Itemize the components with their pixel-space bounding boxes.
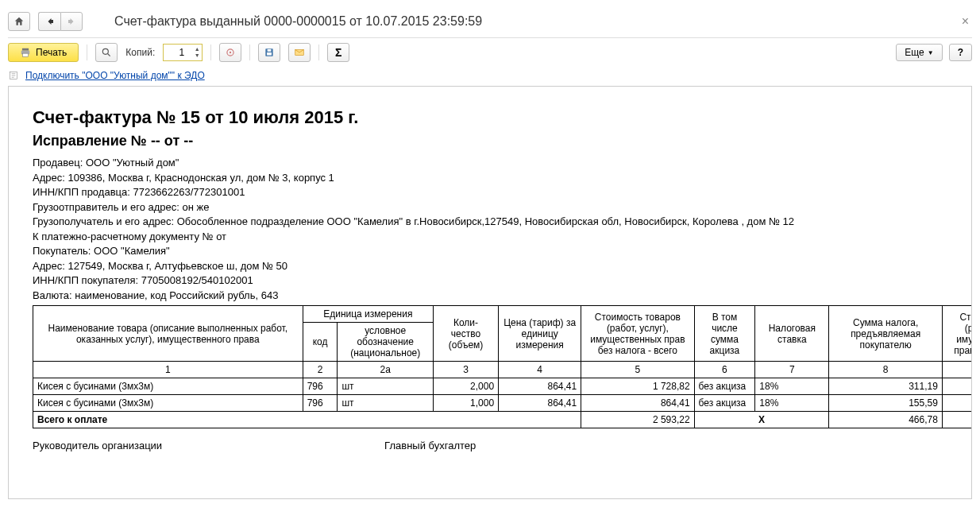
cell-unit: шт xyxy=(338,378,434,395)
diskette-icon xyxy=(264,47,275,58)
cell-total xyxy=(942,395,972,412)
colnum: 9 xyxy=(942,362,972,378)
svg-rect-9 xyxy=(268,49,272,52)
th-name: Наименование товара (описание выполненны… xyxy=(33,306,303,362)
save-button[interactable] xyxy=(258,43,280,62)
buyer-line: Покупатель: ООО "Камелия" xyxy=(33,244,947,258)
buyer-inn-line: ИНН/КПП покупателя: 7705008192/540102001 xyxy=(33,273,947,288)
cell-unit: шт xyxy=(338,395,434,412)
table-row: Кисея с бусинами (3мх3м) 796 шт 1,000 86… xyxy=(33,395,973,412)
arrow-left-icon xyxy=(45,17,55,26)
th-cost-no-tax: Стоимость товаров (работ, услуг), имущес… xyxy=(581,306,694,362)
th-price: Цена (тариф) за единицу измерения xyxy=(499,306,581,362)
th-tax-rate: Налоговая ставка xyxy=(755,306,829,362)
cell-code: 796 xyxy=(303,378,338,395)
home-button[interactable] xyxy=(8,12,30,31)
cell-tax: 155,59 xyxy=(829,395,942,412)
print-button[interactable]: Печать xyxy=(8,43,79,62)
svg-rect-0 xyxy=(22,48,29,51)
table-row: Кисея с бусинами (3мх3м) 796 шт 2,000 86… xyxy=(33,378,973,395)
close-button[interactable]: × xyxy=(959,14,972,29)
doc-subtitle: Исправление № -- от -- xyxy=(33,133,947,149)
cell-qty: 1,000 xyxy=(433,395,498,412)
separator xyxy=(318,45,319,60)
copies-label: Копий: xyxy=(125,47,155,58)
preview-button[interactable] xyxy=(95,43,118,62)
seller-inn-line: ИНН/КПП продавца: 7723662263/772301001 xyxy=(33,185,947,200)
cell-total xyxy=(942,378,972,395)
spinner-down[interactable]: ▼ xyxy=(192,52,202,59)
table-total-row: Всего к оплате 2 593,22 X 466,78 xyxy=(33,412,973,428)
total-tax: 466,78 xyxy=(829,412,942,428)
colnum: 8 xyxy=(829,362,942,378)
cell-cost: 1 728,82 xyxy=(581,378,694,395)
paydoc-line: К платежно-расчетному документу № от xyxy=(33,230,947,244)
chevron-down-icon: ▼ xyxy=(928,49,934,56)
shipper-line: Грузоотправитель и его адрес: он же xyxy=(33,200,947,215)
th-tax-sum: Сумма налога, предъявляемая покупателю xyxy=(829,306,942,362)
window-title: Счет-фактура выданный 0000-0000015 от 10… xyxy=(91,14,951,29)
copies-spinner[interactable]: ▲ ▼ xyxy=(163,44,203,61)
more-button[interactable]: Еще ▼ xyxy=(896,44,942,61)
total-cost: 2 593,22 xyxy=(581,412,694,428)
edo-icon xyxy=(8,70,19,81)
magnifier-icon xyxy=(101,47,112,58)
more-label: Еще xyxy=(905,47,924,58)
gear-icon xyxy=(225,47,236,58)
cell-rate: 18% xyxy=(755,395,829,412)
colnum: 4 xyxy=(499,362,581,378)
th-excise: В том числе сумма акциза xyxy=(694,306,755,362)
separator xyxy=(249,45,250,60)
cell-qty: 2,000 xyxy=(433,378,498,395)
cell-name: Кисея с бусинами (3мх3м) xyxy=(33,395,303,412)
printer-icon xyxy=(20,47,31,58)
th-cost-total: Стоимость (работ, у имуществен прав с на… xyxy=(942,306,972,362)
colnum: 3 xyxy=(433,362,498,378)
th-qty: Коли- чество (объем) xyxy=(433,306,498,362)
help-button[interactable]: ? xyxy=(949,44,972,61)
cell-price: 864,41 xyxy=(499,395,581,412)
svg-rect-8 xyxy=(267,52,272,56)
colnum: 2 xyxy=(303,362,338,378)
total-x: X xyxy=(694,412,829,428)
separator xyxy=(210,45,211,60)
document-pane[interactable]: Счет-фактура № 15 от 10 июля 2015 г. Исп… xyxy=(8,86,972,499)
home-icon xyxy=(14,16,25,27)
seller-line: Продавец: ООО "Уютный дом" xyxy=(33,156,947,170)
back-button[interactable] xyxy=(38,12,60,31)
th-unit-code: код xyxy=(303,323,338,362)
spinner-up[interactable]: ▲ xyxy=(192,46,202,52)
edo-link[interactable]: Подключить "ООО "Уютный дом"" к ЭДО xyxy=(25,70,205,81)
cell-excise: без акциза xyxy=(694,378,755,395)
separator xyxy=(87,45,87,60)
settings-button[interactable] xyxy=(219,43,241,62)
envelope-icon xyxy=(294,47,305,58)
email-button[interactable] xyxy=(288,43,311,62)
consignee-line: Грузополучатель и его адрес: Обособленно… xyxy=(33,215,947,229)
forward-button[interactable] xyxy=(60,12,83,31)
total-label: Всего к оплате xyxy=(33,412,581,428)
cell-name: Кисея с бусинами (3мх3м) xyxy=(33,378,303,395)
seller-addr-line: Адрес: 109386, Москва г, Краснодонская у… xyxy=(33,171,947,185)
cell-excise: без акциза xyxy=(694,395,755,412)
invoice-table: Наименование товара (описание выполненны… xyxy=(33,305,972,428)
cell-code: 796 xyxy=(303,395,338,412)
colnum: 6 xyxy=(694,362,755,378)
colnum: 5 xyxy=(581,362,694,378)
doc-title: Счет-фактура № 15 от 10 июля 2015 г. xyxy=(33,107,947,128)
svg-point-3 xyxy=(103,48,109,54)
th-unit: Единица измерения xyxy=(303,306,433,323)
sum-button[interactable]: Σ xyxy=(327,43,349,62)
buyer-addr-line: Адрес: 127549, Москва г, Алтуфьевское ш,… xyxy=(33,259,947,273)
copies-input[interactable] xyxy=(164,47,187,58)
colnum: 2а xyxy=(338,362,434,378)
cell-cost: 864,41 xyxy=(581,395,694,412)
svg-rect-2 xyxy=(23,53,29,56)
cell-tax: 311,19 xyxy=(829,378,942,395)
print-label: Печать xyxy=(36,47,67,58)
arrow-right-icon xyxy=(67,17,76,26)
svg-line-4 xyxy=(108,54,110,56)
svg-point-6 xyxy=(230,52,231,53)
currency-line: Валюта: наименование, код Российский руб… xyxy=(33,289,947,303)
footer-left: Руководитель организации xyxy=(33,440,162,451)
